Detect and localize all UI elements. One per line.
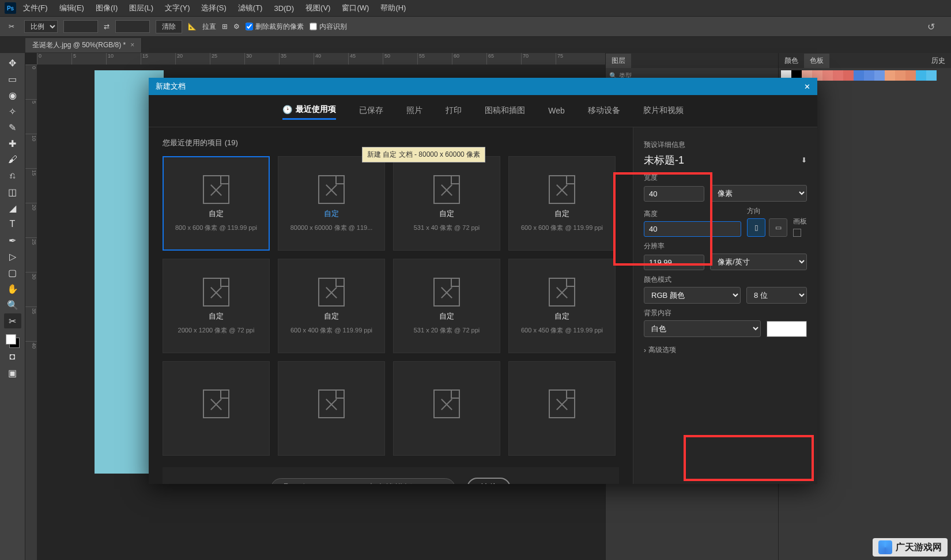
swatch-color[interactable] xyxy=(926,70,937,81)
tab-saved[interactable]: 已保存 xyxy=(359,104,383,120)
preset-item[interactable] xyxy=(508,361,616,456)
path-select-tool-icon[interactable]: ▷ xyxy=(4,249,21,264)
type-tool-icon[interactable]: T xyxy=(4,217,21,232)
orient-portrait-button[interactable]: ▯ xyxy=(747,218,765,237)
close-tab-icon[interactable]: × xyxy=(130,41,134,49)
gradient-tool-icon[interactable]: ◢ xyxy=(4,200,21,215)
width-input[interactable] xyxy=(644,186,704,202)
preset-item[interactable]: 自定 600 x 450 像素 @ 119.99 ppi xyxy=(508,259,616,353)
bitdepth-select[interactable]: 8 位 xyxy=(746,287,807,304)
menu-image[interactable]: 图像(I) xyxy=(91,1,122,16)
swap-icon[interactable]: ⇄ xyxy=(104,22,110,31)
preset-item[interactable]: 自定 2000 x 1200 像素 @ 72 ppi xyxy=(163,259,270,353)
menu-filter[interactable]: 滤镜(T) xyxy=(233,1,267,16)
magic-wand-tool-icon[interactable]: ✧ xyxy=(4,104,21,119)
artboard-checkbox[interactable] xyxy=(793,229,801,237)
swatch-color[interactable] xyxy=(833,70,843,81)
tab-web[interactable]: Web xyxy=(548,104,565,120)
unit-select[interactable]: 像素 xyxy=(710,185,807,202)
content-aware-checkbox[interactable]: 内容识别 xyxy=(310,20,347,33)
ratio-select[interactable]: 比例 xyxy=(24,20,58,33)
heal-tool-icon[interactable]: ✚ xyxy=(4,136,21,151)
swatch-color[interactable] xyxy=(874,70,885,81)
preset-item[interactable] xyxy=(163,361,270,456)
quickmask-icon[interactable]: ◘ xyxy=(4,349,21,364)
lasso-tool-icon[interactable]: ◉ xyxy=(4,88,21,103)
doc-title-input[interactable]: 未标题-1 xyxy=(644,153,684,167)
preset-item[interactable] xyxy=(278,361,385,456)
move-tool-icon[interactable]: ✥ xyxy=(4,55,21,70)
shape-tool-icon[interactable]: ▢ xyxy=(4,265,21,280)
color-panel-tab[interactable]: 颜色 xyxy=(779,54,804,68)
swatch-color[interactable] xyxy=(854,70,864,81)
swatch-color[interactable] xyxy=(885,70,895,81)
menu-help[interactable]: 帮助(H) xyxy=(376,1,410,16)
preset-item[interactable]: 自定 80000 x 60000 像素 @ 119... xyxy=(278,156,385,251)
document-tab[interactable]: 圣诞老人.jpg @ 50%(RGB/8) * × xyxy=(25,38,142,52)
eyedropper-tool-icon[interactable]: ✎ xyxy=(4,120,21,135)
layers-panel-tab[interactable]: 图层 xyxy=(606,54,631,68)
crop-tool-icon[interactable]: ✂ xyxy=(4,313,21,328)
preset-item[interactable]: 自定 800 x 600 像素 @ 119.99 ppi xyxy=(163,156,270,251)
foreground-background-swatch[interactable] xyxy=(6,334,20,348)
stamp-tool-icon[interactable]: ⎌ xyxy=(4,168,21,183)
swatch-color[interactable] xyxy=(843,70,854,81)
tab-mobile[interactable]: 移动设备 xyxy=(588,104,620,120)
pen-tool-icon[interactable]: ✒ xyxy=(4,233,21,248)
menu-edit[interactable]: 编辑(E) xyxy=(55,1,89,16)
tab-print[interactable]: 打印 xyxy=(446,104,462,120)
preset-item[interactable]: 自定 531 x 20 像素 @ 72 ppi xyxy=(393,259,500,353)
tab-photo[interactable]: 照片 xyxy=(406,104,422,120)
preset-item[interactable] xyxy=(393,361,500,456)
stock-go-button[interactable]: 前往 xyxy=(467,478,511,484)
preset-item[interactable]: 自定 531 x 40 像素 @ 72 ppi xyxy=(393,156,500,251)
history-panel-tab[interactable]: 历史 xyxy=(926,54,951,68)
save-preset-icon[interactable]: ⬇ xyxy=(801,156,807,164)
screenmode-icon[interactable]: ▣ xyxy=(4,365,21,380)
hand-tool-icon[interactable]: ✋ xyxy=(4,281,21,296)
menu-type[interactable]: 文字(Y) xyxy=(160,1,194,16)
dialog-close-icon[interactable]: ✕ xyxy=(804,82,810,91)
grid-overlay-icon[interactable]: ⊞ xyxy=(222,22,228,31)
delete-cropped-checkbox[interactable]: 删除裁剪的像素 xyxy=(246,20,304,33)
reset-icon[interactable]: ↺ xyxy=(916,21,946,32)
ratio-w-input[interactable] xyxy=(63,20,98,33)
menu-view[interactable]: 视图(V) xyxy=(301,1,335,16)
swatch-color[interactable] xyxy=(864,70,874,81)
tab-illustration[interactable]: 图稿和插图 xyxy=(485,104,525,120)
swatch-color[interactable] xyxy=(895,70,905,81)
clear-button[interactable]: 清除 xyxy=(156,20,182,33)
zoom-tool-icon[interactable]: 🔍 xyxy=(4,297,21,312)
bg-select[interactable]: 白色 xyxy=(644,320,761,337)
menu-file[interactable]: 文件(F) xyxy=(18,1,52,16)
crop-tool-icon[interactable]: ✂ xyxy=(5,20,18,33)
details-head: 预设详细信息 xyxy=(644,140,807,150)
swatch-color[interactable] xyxy=(822,70,833,81)
bg-color-swatch[interactable] xyxy=(767,321,807,337)
straighten-icon[interactable]: 📐 xyxy=(188,22,197,31)
dialog-titlebar[interactable]: 新建文档 ✕ xyxy=(149,78,817,95)
menu-select[interactable]: 选择(S) xyxy=(197,1,231,16)
swatch-color[interactable] xyxy=(905,70,916,81)
resolution-unit-select[interactable]: 像素/英寸 xyxy=(710,253,807,270)
preset-item[interactable]: 自定 600 x 400 像素 @ 119.99 ppi xyxy=(278,259,385,353)
preset-item[interactable]: 自定 600 x 600 像素 @ 119.99 ppi xyxy=(508,156,616,251)
orient-landscape-button[interactable]: ▭ xyxy=(769,218,787,237)
ratio-h-input[interactable] xyxy=(115,20,150,33)
marquee-tool-icon[interactable]: ▭ xyxy=(4,71,21,86)
colormode-select[interactable]: RGB 颜色 xyxy=(644,287,741,304)
advanced-toggle[interactable]: ›高级选项 xyxy=(644,345,807,355)
brush-tool-icon[interactable]: 🖌 xyxy=(4,152,21,167)
menu-layer[interactable]: 图层(L) xyxy=(124,1,158,16)
stock-search-input[interactable]: 🔍 在 Adobe Stock 上查找模板 xyxy=(271,478,455,484)
swatch-color[interactable] xyxy=(916,70,926,81)
tab-film[interactable]: 胶片和视频 xyxy=(643,104,684,120)
height-input[interactable] xyxy=(644,221,741,237)
menu-window[interactable]: 窗口(W) xyxy=(337,1,373,16)
menu-3d[interactable]: 3D(D) xyxy=(269,2,299,15)
resolution-input[interactable] xyxy=(644,255,704,270)
tab-recent[interactable]: 🕑最近使用项 xyxy=(282,104,336,120)
settings-gear-icon[interactable]: ⚙ xyxy=(233,22,240,31)
swatches-panel-tab[interactable]: 色板 xyxy=(804,54,829,68)
eraser-tool-icon[interactable]: ◫ xyxy=(4,184,21,199)
